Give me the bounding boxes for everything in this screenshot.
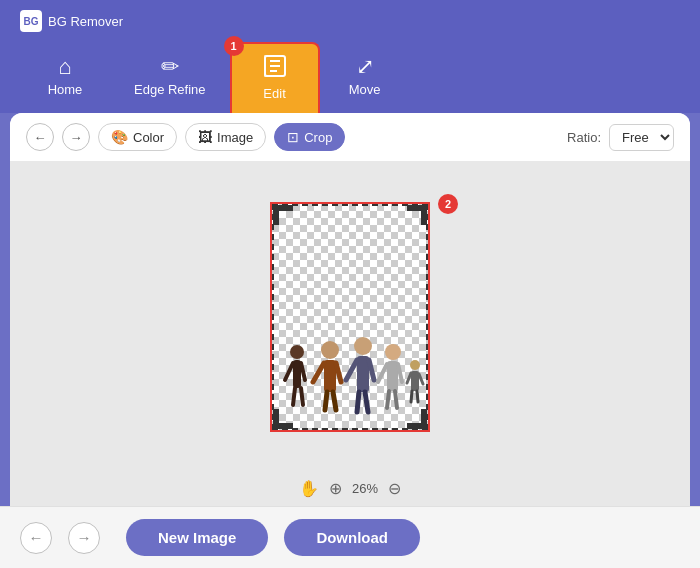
svg-line-27 (395, 391, 397, 408)
svg-line-19 (369, 360, 374, 380)
toolbar: ← → 🎨 Color 🖼 Image ⊡ Crop Ratio: Free 1… (10, 113, 690, 162)
svg-line-9 (301, 388, 303, 405)
zoom-out-icon[interactable]: ⊖ (388, 479, 401, 498)
main-panel: ← → 🎨 Color 🖼 Image ⊡ Crop Ratio: Free 1… (10, 113, 690, 506)
svg-line-6 (285, 363, 293, 380)
svg-line-15 (333, 392, 336, 410)
svg-line-30 (419, 374, 423, 384)
svg-line-25 (398, 364, 402, 382)
redo-button[interactable]: → (62, 123, 90, 151)
ratio-label: Ratio: (567, 130, 601, 145)
svg-line-33 (417, 391, 418, 402)
image-container[interactable]: 2 (270, 202, 430, 432)
svg-line-26 (387, 391, 389, 408)
svg-point-28 (410, 360, 420, 370)
color-button[interactable]: 🎨 Color (98, 123, 177, 151)
zoom-in-icon[interactable]: ⊕ (329, 479, 342, 498)
ratio-select[interactable]: Free 1:1 4:3 16:9 (609, 124, 674, 151)
zoom-percent: 26% (352, 481, 378, 496)
svg-point-16 (354, 337, 372, 355)
tab-edit-badge: 1 (224, 36, 244, 56)
svg-point-4 (290, 345, 304, 359)
svg-line-18 (346, 360, 357, 380)
bottom-bar: ← → New Image Download (0, 506, 700, 568)
next-button[interactable]: → (68, 522, 100, 554)
nav-tabs: ⌂ Home ✏ Edge Refine 1 Edit ⤢ (20, 42, 680, 113)
canvas-badge: 2 (438, 194, 458, 214)
svg-line-20 (357, 392, 359, 412)
app-title-bar: BG BG Remover (20, 10, 680, 32)
svg-point-22 (385, 344, 401, 360)
app-title: BG Remover (48, 14, 123, 29)
svg-line-8 (293, 388, 295, 405)
tab-edge-refine[interactable]: ✏ Edge Refine (110, 42, 230, 113)
tab-edge-refine-label: Edge Refine (134, 82, 206, 97)
tab-edit-label: Edit (263, 86, 285, 101)
undo-button[interactable]: ← (26, 123, 54, 151)
tab-move-label: Move (349, 82, 381, 97)
svg-line-12 (313, 363, 324, 382)
image-button[interactable]: 🖼 Image (185, 123, 266, 151)
svg-point-10 (321, 341, 339, 359)
svg-line-13 (336, 363, 341, 382)
image-icon: 🖼 (198, 129, 212, 145)
image-label: Image (217, 130, 253, 145)
edge-refine-icon: ✏ (161, 56, 179, 78)
svg-line-32 (411, 391, 412, 402)
edit-icon (263, 54, 287, 82)
crop-icon: ⊡ (287, 129, 299, 145)
svg-line-24 (378, 364, 387, 382)
svg-line-21 (365, 392, 368, 412)
hand-tool-icon[interactable]: ✋ (299, 479, 319, 498)
svg-line-31 (407, 373, 411, 383)
app-logo: BG (20, 10, 42, 32)
svg-line-14 (325, 392, 327, 410)
color-label: Color (133, 130, 164, 145)
home-icon: ⌂ (58, 56, 71, 78)
people-image (272, 330, 428, 430)
move-icon: ⤢ (356, 56, 374, 78)
zoom-bar: ✋ ⊕ 26% ⊖ (10, 471, 690, 506)
tab-home-label: Home (48, 82, 83, 97)
tab-home[interactable]: ⌂ Home (20, 42, 110, 113)
download-button[interactable]: Download (284, 519, 420, 556)
canvas-area: 2 (10, 162, 690, 471)
crop-button[interactable]: ⊡ Crop (274, 123, 345, 151)
tab-edit[interactable]: 1 Edit (230, 42, 320, 113)
svg-line-7 (301, 363, 305, 380)
header: BG BG Remover ⌂ Home ✏ Edge Refine 1 (0, 0, 700, 113)
prev-button[interactable]: ← (20, 522, 52, 554)
tab-move[interactable]: ⤢ Move (320, 42, 410, 113)
crop-label: Crop (304, 130, 332, 145)
new-image-button[interactable]: New Image (126, 519, 268, 556)
color-icon: 🎨 (111, 129, 128, 145)
